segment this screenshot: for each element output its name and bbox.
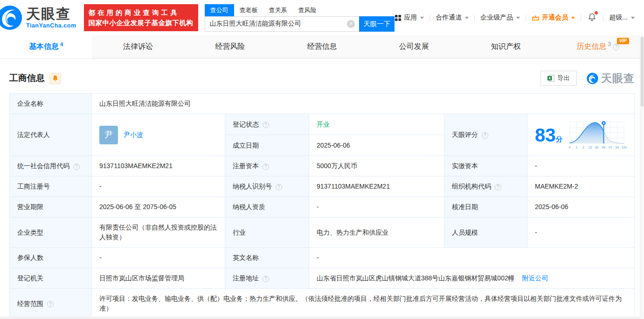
notifications-button[interactable] [588,13,596,23]
clear-icon[interactable] [347,20,355,28]
bell-icon [52,75,58,81]
nearby-companies-link[interactable]: 附近公司 [522,274,548,282]
english-name-value: - [309,248,635,268]
svg-text:0: 0 [569,146,571,149]
page-background-strip [0,317,644,319]
brand-watermark-label: 天眼查 [601,71,635,86]
business-scope-label-text: 经营范围 [17,300,43,307]
tab-history-info-count: 3 [608,41,611,48]
reg-address-label: 注册地址 [225,268,309,289]
tab-company-development-label: 公司发展 [399,42,429,52]
menu-super-vip[interactable]: 超级... [609,14,635,22]
help-icon[interactable] [482,132,488,139]
help-icon[interactable] [263,122,269,128]
tab-basic-info[interactable]: 基本信息 4 [0,35,92,58]
tab-basic-info-label: 基本信息 [29,42,59,52]
svg-text:85: 85 [602,146,606,149]
business-term-label: 营业期限 [10,197,92,217]
score-cell: 83分 [527,114,635,156]
org-code-value: MAEMKE2M-2 [527,176,635,197]
taxpayer-id-value: 91371103MAEMKE2M21 [309,176,444,197]
company-name-value: 山东日照大旺清洁能源有限公司 [92,94,635,114]
svg-text:15: 15 [589,146,592,149]
crown-icon [532,14,540,21]
help-icon[interactable] [263,276,269,282]
tab-operation-info[interactable]: 经营信息 [276,35,368,58]
industry-label: 行业 [225,217,309,248]
menu-enterprise[interactable]: 企业级产品 [480,14,520,22]
table-row: 参保人数 - 英文名称 - [10,248,635,268]
tab-legal-litigation[interactable]: 法律诉讼 [92,35,184,58]
scrollbar[interactable] [640,36,644,319]
help-icon[interactable] [613,44,619,50]
search-tab-risk[interactable]: 查风险 [293,4,322,16]
logo-title: 天眼查 [26,7,76,21]
help-icon[interactable] [47,301,54,307]
tab-intellectual-property-label: 知识产权 [491,42,521,52]
subscribe-button[interactable] [49,73,61,84]
reg-address-value: 山东省日照市岚山区虎山镇钢城大道388号山东嘉银钢材贸易城002幢 附近公司 [309,268,635,289]
approval-date-label: 核准日期 [444,197,527,217]
search-tab-company[interactable]: 查公司 [205,4,234,16]
menu-super-label: 超级... [609,14,628,22]
logo-subtitle: TianYanCha.com [26,23,76,29]
est-date-value: 2025-06-06 [309,135,444,156]
table-row: 法定代表人 尹 尹小波 登记状态 开业 天眼评分 83分 [10,114,635,135]
score-axis-ticks: 0 1 3 15 50 85 97 99 100 [569,146,627,149]
tianyancha-logo[interactable]: 天眼查 TianYanCha.com [0,4,76,31]
insured-count-label: 参保人数 [10,248,92,268]
section-title: 工商信息 [9,72,45,84]
reg-number-label: 工商注册号 [10,176,92,197]
insured-count-value: - [92,248,225,268]
reg-authority-value: 日照市岚山区市场监督管理局 [92,268,225,289]
promo-line2: 国家中小企业发展子基金旗下机构 [89,18,194,28]
est-date-label: 成立日期 [225,135,309,156]
help-icon[interactable] [495,184,501,190]
score-label: 天眼评分 [444,114,527,156]
export-button[interactable]: 导出 [540,71,577,86]
staff-size-value: - [527,217,635,248]
brand-watermark: 天眼查 [586,71,635,86]
business-scope-label: 经营范围 [10,289,92,319]
menu-channel[interactable]: 合作通道 [436,14,469,22]
notification-dot [595,11,598,14]
search-button[interactable]: 天眼一下 [359,16,395,32]
legal-rep-cell: 尹 尹小波 [92,114,225,156]
tianyancha-logo-icon [0,4,23,31]
table-row: 营业期限 2025-06-06 至 2075-06-05 纳税人资质 - 核准日… [10,197,635,217]
reg-number-value: - [92,176,225,197]
svg-text:97: 97 [609,146,612,149]
help-icon[interactable] [73,163,80,170]
legal-rep-link[interactable]: 尹小波 [124,130,143,140]
industry-value: 电力、热力生产和供应业 [309,217,444,248]
svg-text:100: 100 [622,146,627,149]
search-tab-relation[interactable]: 查关系 [263,4,293,16]
promo-banner: 都在用的商业查询工具 国家中小企业发展子基金旗下机构 [84,4,198,32]
reg-address-label-text: 注册地址 [233,274,259,282]
tab-company-development[interactable]: 公司发展 [368,35,460,58]
search-input[interactable] [205,16,360,32]
avatar[interactable]: 尹 [99,126,118,144]
paid-capital-label: 实缴资本 [444,156,527,176]
menu-open-member[interactable]: 开通会员 [532,14,575,22]
business-scope-value: 许可项目：发电业务、输电业务、供（配）电业务；热力生产和供应。（依法须经批准的项… [92,289,635,319]
credit-code-label: 统一社会信用代码 [10,156,92,176]
menu-apps[interactable]: 应用 [395,14,424,22]
score-distribution-chart: 0 1 3 15 50 85 97 99 100 [566,119,627,150]
divider [603,14,603,21]
tab-operation-risk[interactable]: 经营风险 [184,35,276,58]
divider [526,14,526,21]
tab-intellectual-property[interactable]: 知识产权 [460,35,552,58]
english-name-label: 英文名称 [225,248,309,268]
scrollbar-thumb[interactable] [641,37,644,107]
search-tab-boss[interactable]: 查老板 [234,4,263,16]
help-icon[interactable] [276,184,282,190]
tab-history-info[interactable]: VIP 历史信息 3 [552,35,644,58]
help-icon[interactable] [263,163,269,170]
tab-history-info-label: 历史信息 [576,42,606,52]
business-info-table: 企业名称 山东日照大旺清洁能源有限公司 法定代表人 尹 尹小波 登记状态 开业 … [9,93,635,319]
reg-address-text: 山东省日照市岚山区虎山镇钢城大道388号山东嘉银钢材贸易城002幢 [317,274,515,282]
score-label-text: 天眼评分 [452,131,478,138]
credit-code-value: 91371103MAEMKE2M21 [92,156,225,176]
chevron-down-icon [420,17,424,19]
